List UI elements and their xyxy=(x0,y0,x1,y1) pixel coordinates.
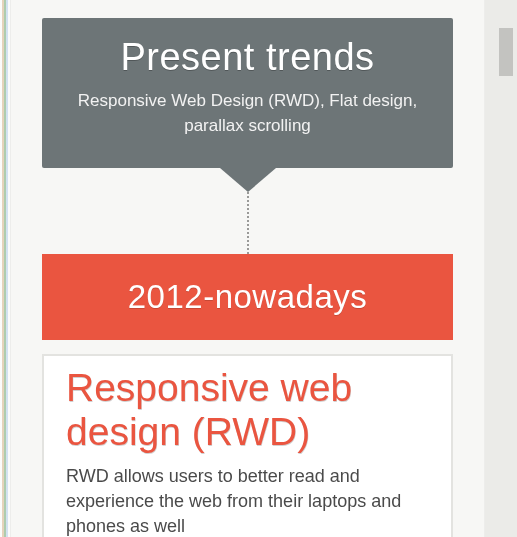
hero-subtitle: Responsive Web Design (RWD), Flat design… xyxy=(60,89,435,138)
topic-card: Responsive web design (RWD) RWD allows u… xyxy=(42,354,453,537)
era-label: 2012-nowadays xyxy=(128,278,368,315)
content-column: Present trends Responsive Web Design (RW… xyxy=(10,0,485,537)
era-banner: 2012-nowadays xyxy=(42,254,453,340)
topic-heading: Responsive web design (RWD) xyxy=(66,366,429,453)
timeline-connector xyxy=(247,192,249,254)
editor-left-gutter xyxy=(0,0,10,537)
topic-body: RWD allows users to better read and expe… xyxy=(66,464,429,537)
scrollbar-track[interactable] xyxy=(485,0,517,537)
down-arrow-icon xyxy=(220,168,276,192)
hero-banner: Present trends Responsive Web Design (RW… xyxy=(42,18,453,168)
hero-title: Present trends xyxy=(60,36,435,79)
scrollbar-thumb[interactable] xyxy=(499,28,513,76)
preview-page: Present trends Responsive Web Design (RW… xyxy=(10,0,485,537)
